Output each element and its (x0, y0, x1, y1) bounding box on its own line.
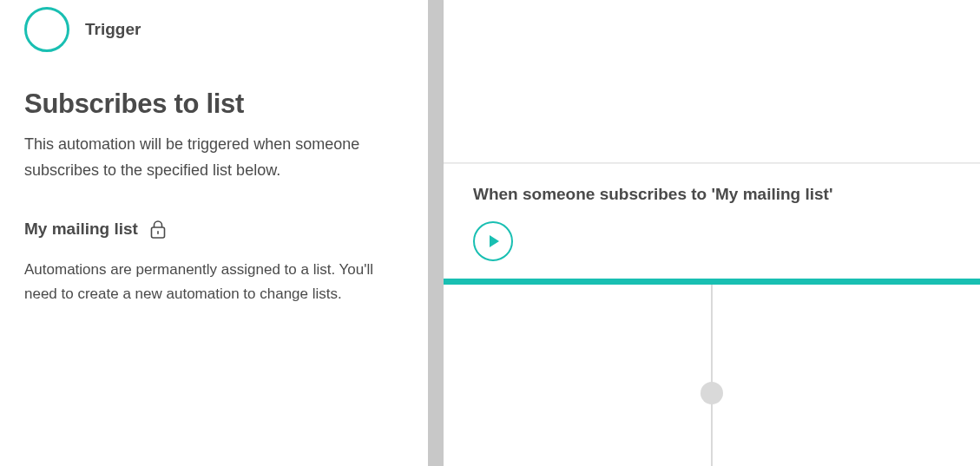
list-name: My mailing list (24, 220, 138, 239)
flow-connector-line (711, 285, 713, 466)
svg-rect-1 (157, 231, 159, 234)
lock-icon (150, 220, 166, 239)
automation-canvas: When someone subscribes to 'My mailing l… (444, 0, 980, 466)
add-step-node[interactable] (700, 382, 723, 404)
trigger-card[interactable]: When someone subscribes to 'My mailing l… (444, 163, 980, 279)
canvas-top-gap (444, 0, 980, 163)
panel-heading: Subscribes to list (24, 89, 404, 120)
panel-scrollbar[interactable] (428, 0, 444, 466)
step-circle-icon (24, 7, 69, 52)
play-icon (490, 235, 499, 247)
trigger-config-panel: Trigger Subscribes to list This automati… (0, 0, 428, 466)
preview-button[interactable] (473, 221, 513, 261)
flow-area (444, 285, 980, 466)
helper-text: Automations are permanently assigned to … (24, 258, 404, 305)
step-header: Trigger (24, 7, 404, 52)
trigger-card-accent-bar (444, 279, 980, 285)
step-label: Trigger (85, 20, 141, 39)
app-root: Trigger Subscribes to list This automati… (0, 0, 980, 466)
canvas-inner: When someone subscribes to 'My mailing l… (444, 0, 980, 466)
list-row: My mailing list (24, 220, 404, 239)
panel-description: This automation will be triggered when s… (24, 132, 404, 183)
trigger-card-title: When someone subscribes to 'My mailing l… (473, 185, 980, 204)
